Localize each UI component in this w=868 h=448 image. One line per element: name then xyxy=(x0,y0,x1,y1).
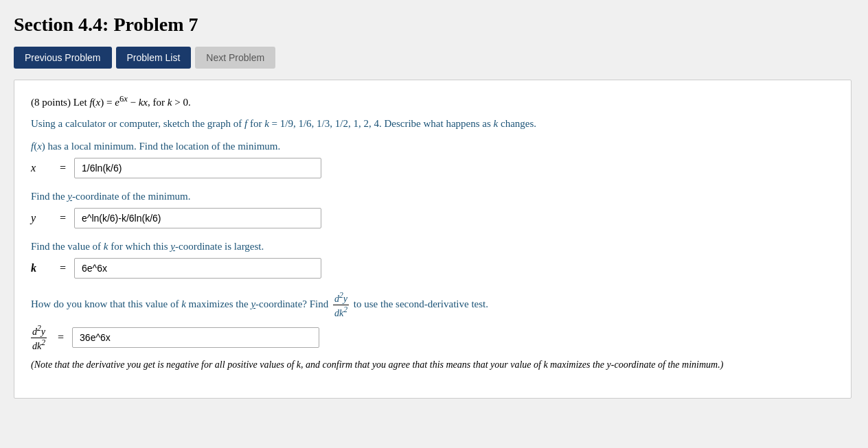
problem-intro: (8 points) Let f(x) = e6x − kx, for k > … xyxy=(31,94,834,108)
q1-text: f(x) has a local minimum. Find the locat… xyxy=(31,141,834,152)
q1-input[interactable] xyxy=(74,158,321,178)
note-text: (Note that the derivative you get is neg… xyxy=(31,357,834,372)
q1-label: x xyxy=(31,162,52,174)
toolbar: Previous Problem Problem List Next Probl… xyxy=(14,47,854,69)
q3-text: Find the value of k for which this y-coo… xyxy=(31,241,834,252)
q4-equals: = xyxy=(58,331,64,344)
q2-label: y xyxy=(31,212,52,224)
q4-input[interactable] xyxy=(72,327,319,348)
problem-container: (8 points) Let f(x) = e6x − kx, for k > … xyxy=(14,80,852,399)
q3-input[interactable] xyxy=(74,258,321,279)
q1-block: f(x) has a local minimum. Find the locat… xyxy=(31,141,834,178)
q3-block: Find the value of k for which this y-coo… xyxy=(31,241,834,279)
problem-instruction: Using a calculator or computer, sketch t… xyxy=(31,118,834,130)
q3-answer-row: k = xyxy=(31,258,834,279)
q1-equals: = xyxy=(60,162,66,174)
q4-frac-label: d2y dk2 xyxy=(31,324,47,351)
q4-answer-row: d2y dk2 = xyxy=(31,324,834,351)
q2-block: Find the y-coordinate of the minimum. y … xyxy=(31,191,834,228)
q2-equals: = xyxy=(60,212,66,224)
q3-equals: = xyxy=(60,262,66,274)
q4-block: How do you know that this value of k max… xyxy=(31,291,834,372)
page-title: Section 4.4: Problem 7 xyxy=(14,14,854,36)
q4-text: How do you know that this value of k max… xyxy=(31,291,834,318)
q3-label: k xyxy=(31,262,52,274)
problem-list-button[interactable]: Problem List xyxy=(116,47,192,69)
q2-text: Find the y-coordinate of the minimum. xyxy=(31,191,834,202)
next-problem-button[interactable]: Next Problem xyxy=(195,47,275,69)
points-label: (8 points) xyxy=(31,97,71,108)
q2-input[interactable] xyxy=(74,208,321,228)
q1-answer-row: x = xyxy=(31,158,834,178)
q2-answer-row: y = xyxy=(31,208,834,228)
prev-problem-button[interactable]: Previous Problem xyxy=(14,47,112,69)
